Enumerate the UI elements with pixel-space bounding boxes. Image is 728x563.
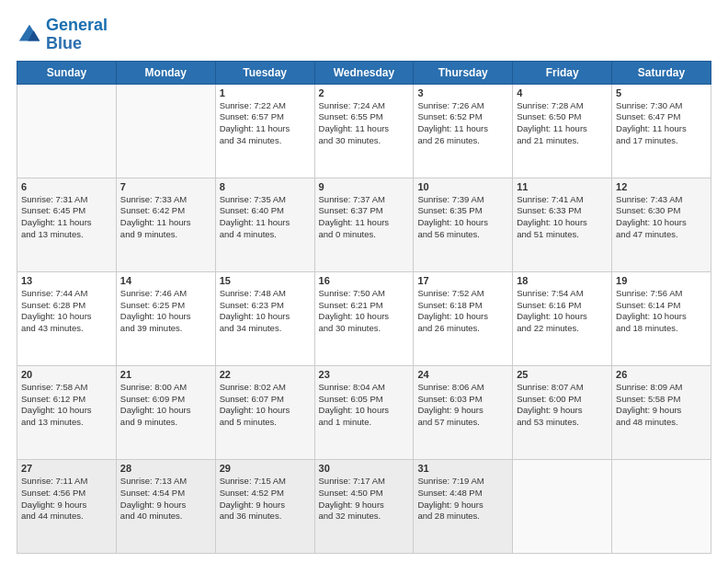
cell-content: Sunrise: 7:33 AM Sunset: 6:42 PM Dayligh…	[120, 194, 211, 241]
calendar-cell	[116, 84, 215, 178]
cell-content: Sunrise: 7:35 AM Sunset: 6:40 PM Dayligh…	[220, 194, 311, 241]
calendar-cell: 27Sunrise: 7:11 AM Sunset: 4:56 PM Dayli…	[17, 459, 117, 553]
calendar-cell: 8Sunrise: 7:35 AM Sunset: 6:40 PM Daylig…	[215, 178, 314, 271]
cell-content: Sunrise: 7:37 AM Sunset: 6:37 PM Dayligh…	[319, 194, 410, 241]
weekday-header-thursday: Thursday	[414, 61, 513, 84]
cell-content: Sunrise: 7:30 AM Sunset: 6:47 PM Dayligh…	[616, 100, 707, 147]
calendar-cell: 6Sunrise: 7:31 AM Sunset: 6:45 PM Daylig…	[17, 178, 117, 271]
cell-content: Sunrise: 8:04 AM Sunset: 6:05 PM Dayligh…	[319, 382, 410, 429]
calendar-cell	[513, 459, 612, 553]
day-number: 4	[517, 87, 608, 98]
calendar-cell: 9Sunrise: 7:37 AM Sunset: 6:37 PM Daylig…	[314, 178, 414, 271]
day-number: 21	[120, 369, 211, 380]
day-number: 23	[319, 369, 410, 380]
calendar-cell: 29Sunrise: 7:15 AM Sunset: 4:52 PM Dayli…	[215, 459, 314, 553]
day-number: 1	[220, 87, 311, 98]
calendar-cell: 30Sunrise: 7:17 AM Sunset: 4:50 PM Dayli…	[314, 459, 414, 553]
calendar-cell	[612, 459, 711, 553]
day-number: 18	[517, 275, 608, 286]
cell-content: Sunrise: 8:02 AM Sunset: 6:07 PM Dayligh…	[220, 382, 311, 429]
weekday-header-friday: Friday	[513, 61, 612, 84]
day-number: 6	[21, 181, 112, 192]
calendar-cell: 13Sunrise: 7:44 AM Sunset: 6:28 PM Dayli…	[17, 271, 117, 365]
calendar-table: SundayMondayTuesdayWednesdayThursdayFrid…	[17, 61, 711, 554]
weekday-header-saturday: Saturday	[612, 61, 711, 84]
cell-content: Sunrise: 7:17 AM Sunset: 4:50 PM Dayligh…	[319, 476, 410, 523]
calendar-cell: 1Sunrise: 7:22 AM Sunset: 6:57 PM Daylig…	[215, 84, 314, 178]
day-number: 30	[319, 463, 410, 474]
weekday-header-monday: Monday	[116, 61, 215, 84]
calendar-cell: 25Sunrise: 8:07 AM Sunset: 6:00 PM Dayli…	[513, 365, 612, 459]
day-number: 26	[616, 369, 707, 380]
cell-content: Sunrise: 7:19 AM Sunset: 4:48 PM Dayligh…	[417, 476, 508, 523]
cell-content: Sunrise: 7:15 AM Sunset: 4:52 PM Dayligh…	[220, 476, 311, 523]
cell-content: Sunrise: 7:13 AM Sunset: 4:54 PM Dayligh…	[120, 476, 211, 523]
calendar-week-3: 13Sunrise: 7:44 AM Sunset: 6:28 PM Dayli…	[17, 271, 711, 365]
cell-content: Sunrise: 7:11 AM Sunset: 4:56 PM Dayligh…	[21, 476, 112, 523]
weekday-header-row: SundayMondayTuesdayWednesdayThursdayFrid…	[17, 61, 711, 84]
day-number: 7	[120, 181, 211, 192]
calendar-week-1: 1Sunrise: 7:22 AM Sunset: 6:57 PM Daylig…	[17, 84, 711, 178]
cell-content: Sunrise: 8:00 AM Sunset: 6:09 PM Dayligh…	[120, 382, 211, 429]
calendar-cell: 19Sunrise: 7:56 AM Sunset: 6:14 PM Dayli…	[612, 271, 711, 365]
day-number: 14	[120, 275, 211, 286]
calendar-cell: 20Sunrise: 7:58 AM Sunset: 6:12 PM Dayli…	[17, 365, 117, 459]
day-number: 27	[21, 463, 112, 474]
page: General Blue SundayMondayTuesdayWednesda…	[0, 0, 728, 563]
cell-content: Sunrise: 7:31 AM Sunset: 6:45 PM Dayligh…	[21, 194, 112, 241]
cell-content: Sunrise: 7:58 AM Sunset: 6:12 PM Dayligh…	[21, 382, 112, 429]
calendar-cell: 11Sunrise: 7:41 AM Sunset: 6:33 PM Dayli…	[513, 178, 612, 271]
weekday-header-sunday: Sunday	[17, 61, 117, 84]
logo-text: General Blue	[46, 17, 108, 53]
calendar-cell: 31Sunrise: 7:19 AM Sunset: 4:48 PM Dayli…	[414, 459, 513, 553]
calendar-cell: 26Sunrise: 8:09 AM Sunset: 5:58 PM Dayli…	[612, 365, 711, 459]
cell-content: Sunrise: 7:22 AM Sunset: 6:57 PM Dayligh…	[220, 100, 311, 147]
cell-content: Sunrise: 7:56 AM Sunset: 6:14 PM Dayligh…	[616, 288, 707, 335]
calendar-cell: 14Sunrise: 7:46 AM Sunset: 6:25 PM Dayli…	[116, 271, 215, 365]
cell-content: Sunrise: 7:52 AM Sunset: 6:18 PM Dayligh…	[417, 288, 508, 335]
calendar-cell: 21Sunrise: 8:00 AM Sunset: 6:09 PM Dayli…	[116, 365, 215, 459]
calendar-cell: 10Sunrise: 7:39 AM Sunset: 6:35 PM Dayli…	[414, 178, 513, 271]
calendar-week-4: 20Sunrise: 7:58 AM Sunset: 6:12 PM Dayli…	[17, 365, 711, 459]
day-number: 29	[220, 463, 311, 474]
cell-content: Sunrise: 8:09 AM Sunset: 5:58 PM Dayligh…	[616, 382, 707, 429]
cell-content: Sunrise: 7:50 AM Sunset: 6:21 PM Dayligh…	[319, 288, 410, 335]
calendar-body: 1Sunrise: 7:22 AM Sunset: 6:57 PM Daylig…	[17, 84, 711, 553]
logo: General Blue	[17, 17, 108, 53]
cell-content: Sunrise: 7:28 AM Sunset: 6:50 PM Dayligh…	[517, 100, 608, 147]
day-number: 11	[517, 181, 608, 192]
cell-content: Sunrise: 7:41 AM Sunset: 6:33 PM Dayligh…	[517, 194, 608, 241]
cell-content: Sunrise: 8:07 AM Sunset: 6:00 PM Dayligh…	[517, 382, 608, 429]
weekday-header-wednesday: Wednesday	[314, 61, 414, 84]
cell-content: Sunrise: 7:43 AM Sunset: 6:30 PM Dayligh…	[616, 194, 707, 241]
calendar-cell: 17Sunrise: 7:52 AM Sunset: 6:18 PM Dayli…	[414, 271, 513, 365]
day-number: 16	[319, 275, 410, 286]
calendar-cell: 23Sunrise: 8:04 AM Sunset: 6:05 PM Dayli…	[314, 365, 414, 459]
calendar-cell: 7Sunrise: 7:33 AM Sunset: 6:42 PM Daylig…	[116, 178, 215, 271]
calendar-cell: 22Sunrise: 8:02 AM Sunset: 6:07 PM Dayli…	[215, 365, 314, 459]
calendar-cell: 16Sunrise: 7:50 AM Sunset: 6:21 PM Dayli…	[314, 271, 414, 365]
cell-content: Sunrise: 8:06 AM Sunset: 6:03 PM Dayligh…	[417, 382, 508, 429]
header: General Blue	[17, 17, 711, 53]
day-number: 31	[417, 463, 508, 474]
calendar-cell: 18Sunrise: 7:54 AM Sunset: 6:16 PM Dayli…	[513, 271, 612, 365]
day-number: 9	[319, 181, 410, 192]
calendar-cell	[17, 84, 117, 178]
cell-content: Sunrise: 7:44 AM Sunset: 6:28 PM Dayligh…	[21, 288, 112, 335]
day-number: 25	[517, 369, 608, 380]
cell-content: Sunrise: 7:26 AM Sunset: 6:52 PM Dayligh…	[417, 100, 508, 147]
day-number: 20	[21, 369, 112, 380]
day-number: 12	[616, 181, 707, 192]
weekday-header-tuesday: Tuesday	[215, 61, 314, 84]
calendar-cell: 3Sunrise: 7:26 AM Sunset: 6:52 PM Daylig…	[414, 84, 513, 178]
cell-content: Sunrise: 7:46 AM Sunset: 6:25 PM Dayligh…	[120, 288, 211, 335]
day-number: 19	[616, 275, 707, 286]
day-number: 13	[21, 275, 112, 286]
day-number: 3	[417, 87, 508, 98]
calendar-cell: 5Sunrise: 7:30 AM Sunset: 6:47 PM Daylig…	[612, 84, 711, 178]
day-number: 10	[417, 181, 508, 192]
calendar-cell: 2Sunrise: 7:24 AM Sunset: 6:55 PM Daylig…	[314, 84, 414, 178]
cell-content: Sunrise: 7:39 AM Sunset: 6:35 PM Dayligh…	[417, 194, 508, 241]
calendar-cell: 12Sunrise: 7:43 AM Sunset: 6:30 PM Dayli…	[612, 178, 711, 271]
calendar-week-2: 6Sunrise: 7:31 AM Sunset: 6:45 PM Daylig…	[17, 178, 711, 271]
